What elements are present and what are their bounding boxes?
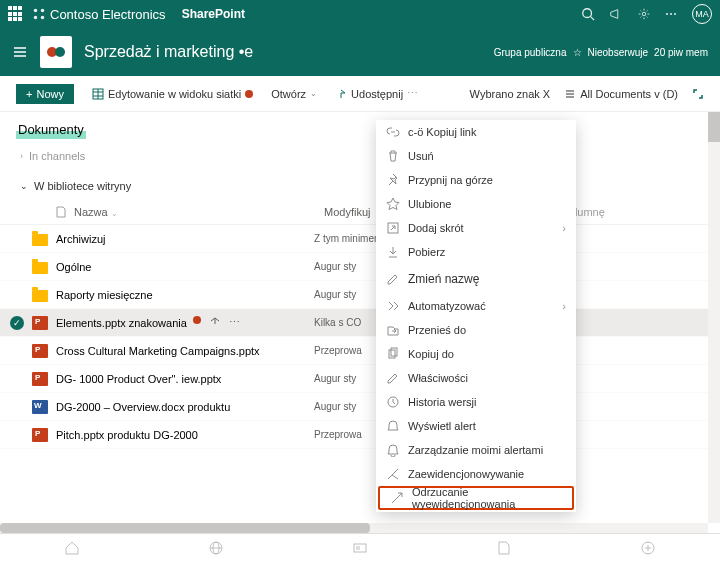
chevron-right-icon: › <box>562 300 566 312</box>
bottom-nav <box>0 533 720 561</box>
more-icon[interactable]: ⋯ <box>229 316 240 329</box>
ctx-item-label: Wyświetl alert <box>408 420 476 432</box>
history-icon <box>386 395 400 409</box>
selection-status[interactable]: Wybrano znak X <box>470 88 551 100</box>
vertical-scrollbar[interactable] <box>708 112 720 523</box>
files-icon[interactable] <box>496 540 512 556</box>
ctx-item-props[interactable]: Właściwości <box>376 366 576 390</box>
ctx-item-history[interactable]: Historia wersji <box>376 390 576 414</box>
user-avatar[interactable]: MA <box>692 4 712 24</box>
ctx-item-label: Zmień nazwę <box>408 272 479 286</box>
file-row[interactable]: Pitch.pptx produktu DG-2000Przeprowa <box>0 421 720 449</box>
megaphone-icon[interactable] <box>609 7 623 21</box>
app-name[interactable]: SharePoint <box>182 7 245 21</box>
ctx-item-copy[interactable]: Kopiuj do <box>376 342 576 366</box>
ctx-item-move[interactable]: Przenieś do <box>376 318 576 342</box>
props-icon <box>386 371 400 385</box>
file-name[interactable]: Pitch.pptx produktu DG-2000 <box>56 429 306 441</box>
chevron-down-icon: ⌄ <box>20 181 28 191</box>
file-row[interactable]: DG- 1000 Product Over". iew.pptxAugur st… <box>0 365 720 393</box>
star-icon[interactable]: ☆ <box>573 47 582 58</box>
share-icon[interactable] <box>209 316 221 328</box>
file-name[interactable]: Archiwizuj <box>56 233 306 245</box>
alerts-icon <box>386 443 400 457</box>
ppt-icon <box>32 316 48 330</box>
view-selector[interactable]: All Documents v (D) <box>564 88 678 100</box>
ctx-item-flow[interactable]: Automatyzować› <box>376 294 576 318</box>
news-icon[interactable] <box>352 540 368 556</box>
settings-icon[interactable] <box>637 7 651 21</box>
file-name[interactable]: Raporty miesięczne <box>56 289 306 301</box>
column-headers: Nazwa ⌄ Modyfikuj y + Dodaj kolumnę <box>0 200 720 225</box>
svg-point-4 <box>583 9 592 18</box>
grid-icon <box>92 88 104 100</box>
edit-grid-button[interactable]: Edytowanie w widoku siatki <box>92 88 253 100</box>
ctx-item-pin[interactable]: Przypnij na górze <box>376 168 576 192</box>
file-type-header-icon[interactable] <box>56 206 66 218</box>
share-button[interactable]: Udostępnij ⋯ <box>335 87 418 100</box>
file-name[interactable]: Elements.pptx znakowania⋯ <box>56 316 306 329</box>
move-icon <box>386 323 400 337</box>
ctx-item-download[interactable]: Pobierz <box>376 240 576 264</box>
ctx-item-alerts[interactable]: Zarządzanie moimi alertami <box>376 438 576 462</box>
search-icon[interactable] <box>581 7 595 21</box>
file-row[interactable]: ArchiwizujZ tym minimemstrator <box>0 225 720 253</box>
file-name[interactable]: Ogólne <box>56 261 306 273</box>
svg-rect-15 <box>391 348 397 356</box>
list-icon <box>564 88 576 100</box>
ctx-item-alert[interactable]: Wyświetl alert <box>376 414 576 438</box>
app-launcher-icon[interactable] <box>8 6 24 22</box>
status-dot-icon <box>245 90 253 98</box>
chevron-right-icon: › <box>562 222 566 234</box>
more-icon[interactable]: ⋯ <box>665 7 678 21</box>
expand-icon[interactable] <box>692 88 704 100</box>
ctx-item-label: Automatyzować <box>408 300 486 312</box>
follow-status[interactable]: Nieobserwuje <box>588 47 649 58</box>
ctx-item-shortcut[interactable]: Dodaj skrót› <box>376 216 576 240</box>
ctx-item-rename[interactable]: Zmień nazwę <box>376 264 576 294</box>
svg-point-2 <box>34 16 38 20</box>
members-count[interactable]: 20 piw mem <box>654 47 708 58</box>
ctx-item-discard-checkout[interactable]: Odrzucanie wyewidencjonowania <box>378 486 574 510</box>
open-button[interactable]: Otwórz ⌄ <box>271 88 317 100</box>
ctx-item-link[interactable]: c-ö Kopiuj link <box>376 120 576 144</box>
column-name[interactable]: Nazwa ⌄ <box>74 206 324 218</box>
folder-icon <box>32 290 48 302</box>
ctx-item-label: Usuń <box>408 150 434 162</box>
tree-item-channels[interactable]: › In channels <box>20 146 700 166</box>
home-icon[interactable] <box>64 540 80 556</box>
shortcut-icon <box>386 221 400 235</box>
checkout-indicator-icon <box>193 316 201 324</box>
svg-point-0 <box>34 9 38 13</box>
file-row[interactable]: Raporty miesięczneAugur sty <box>0 281 720 309</box>
ctx-item-label: Właściwości <box>408 372 468 384</box>
checkin-icon <box>386 467 400 481</box>
folder-icon <box>32 262 48 274</box>
site-title[interactable]: Sprzedaż i marketing •e <box>84 43 482 61</box>
file-row[interactable]: Cross Cultural Marketing Campaigns.pptxP… <box>0 337 720 365</box>
command-bar: + Nowy Edytowanie w widoku siatki Otwórz… <box>0 76 720 112</box>
new-button[interactable]: + Nowy <box>16 84 74 104</box>
globe-icon[interactable] <box>208 540 224 556</box>
ctx-item-checkin[interactable]: Zaewidencjonowywanie <box>376 462 576 486</box>
org-name[interactable]: Contoso Electronics <box>32 7 166 22</box>
file-row[interactable]: OgólneAugur stypp <box>0 253 720 281</box>
ctx-item-label: Pobierz <box>408 246 445 258</box>
horizontal-scrollbar[interactable] <box>0 523 708 533</box>
ctx-item-trash[interactable]: Usuń <box>376 144 576 168</box>
file-name[interactable]: Cross Cultural Marketing Campaigns.pptx <box>56 345 306 357</box>
file-row[interactable]: DG-2000 – Overview.docx produktuAugur st… <box>0 393 720 421</box>
site-logo[interactable] <box>40 36 72 68</box>
svg-rect-14 <box>389 350 395 358</box>
file-name[interactable]: DG-2000 – Overview.docx produktu <box>56 401 306 413</box>
file-row[interactable]: Elements.pptx znakowania⋯Kilka s COistra… <box>0 309 720 337</box>
group-privacy: Grupa publiczna <box>494 47 567 58</box>
ppt-icon <box>32 372 48 386</box>
ctx-item-star[interactable]: Ulubione <box>376 192 576 216</box>
add-icon[interactable] <box>640 540 656 556</box>
ctx-item-label: Przypnij na górze <box>408 174 493 186</box>
hamburger-icon[interactable] <box>12 44 28 60</box>
nav-tree: › In channels ⌄ W bibliotece witryny <box>0 142 720 200</box>
file-name[interactable]: DG- 1000 Product Over". iew.pptx <box>56 373 306 385</box>
tree-item-site-library[interactable]: ⌄ W bibliotece witryny <box>20 176 700 196</box>
